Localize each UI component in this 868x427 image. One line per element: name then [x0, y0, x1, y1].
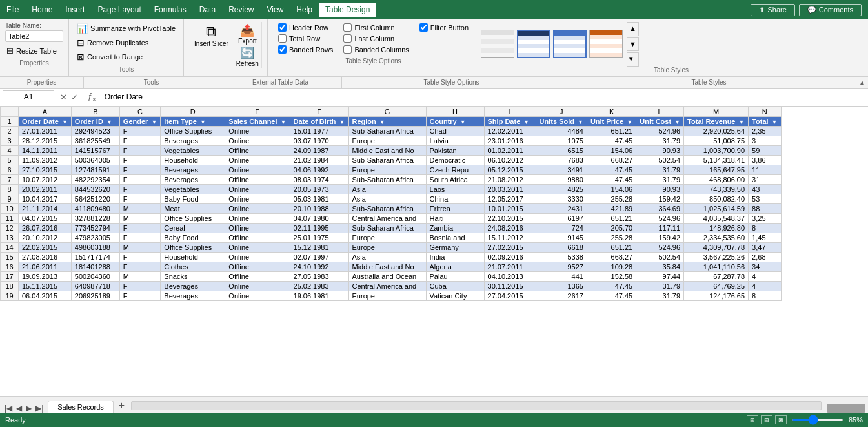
cell-r17-c12[interactable]: 97.44 [636, 271, 684, 281]
cell-r5-c10[interactable]: 7683 [536, 155, 587, 165]
cell-r6-c14[interactable]: 11 [749, 165, 781, 174]
cell-r14-c5[interactable]: Online [225, 242, 290, 252]
cell-r10-c11[interactable]: 421.89 [587, 203, 636, 213]
style-scroll-down[interactable]: ▼ [627, 37, 639, 52]
sort-arrow-gender[interactable]: ▼ [151, 119, 157, 125]
col-N[interactable]: N [749, 107, 781, 116]
cell-r13-c7[interactable]: Europe [348, 233, 426, 242]
cell-r4-c8[interactable]: Pakistan [426, 145, 484, 155]
cell-r2-c6[interactable]: 15.01.1977 [290, 126, 348, 136]
cell-r7-c5[interactable]: Offline [225, 174, 290, 184]
cell-r5-c13[interactable]: 5,134,318.41 [684, 155, 749, 165]
cell-r17-c14[interactable]: 4 [749, 271, 781, 281]
cell-r8-c6[interactable]: 20.05.1973 [290, 184, 348, 194]
table-style-2[interactable] [517, 30, 550, 58]
scrollbar-thumb[interactable] [827, 404, 865, 413]
cell-r4-c9[interactable]: 01.02.2011 [484, 145, 536, 155]
cell-r15-c6[interactable]: 02.07.1997 [290, 252, 348, 262]
cell-r13-c13[interactable]: 2,334,535.60 [684, 233, 749, 242]
cell-r3-c5[interactable]: Online [225, 136, 290, 145]
sort-arrow-unit-cost[interactable]: ▼ [674, 119, 680, 125]
col-I[interactable]: I [484, 107, 536, 116]
cell-r2-c12[interactable]: 524.96 [636, 126, 684, 136]
cell-r14-c8[interactable]: Germany [426, 242, 484, 252]
cell-r13-c11[interactable]: 255.28 [587, 233, 636, 242]
cell-r5-c12[interactable]: 502.54 [636, 155, 684, 165]
cell-r15-c8[interactable]: India [426, 252, 484, 262]
cell-r15-c11[interactable]: 668.27 [587, 252, 636, 262]
cell-r6-c3[interactable]: F [119, 165, 161, 174]
cell-r15-c4[interactable]: Household [161, 252, 225, 262]
cell-r9-c8[interactable]: China [426, 194, 484, 203]
cell-r19-c13[interactable]: 124,176.65 [684, 291, 749, 300]
th-item-type[interactable]: Item Type ▼ [161, 116, 225, 126]
cell-r6-c4[interactable]: Beverages [161, 165, 225, 174]
cell-r14-c9[interactable]: 27.02.2015 [484, 242, 536, 252]
cell-r8-c7[interactable]: Asia [348, 184, 426, 194]
cell-r19-c10[interactable]: 2617 [536, 291, 587, 300]
th-unit-cost[interactable]: Unit Cost ▼ [636, 116, 684, 126]
cell-r11-c3[interactable]: M [119, 213, 161, 223]
cell-r14-c12[interactable]: 524.96 [636, 242, 684, 252]
cell-r16-c14[interactable]: 34 [749, 262, 781, 271]
cell-r17-c10[interactable]: 441 [536, 271, 587, 281]
cell-r6-c9[interactable]: 05.12.2015 [484, 165, 536, 174]
cell-r8-c13[interactable]: 743,339.50 [684, 184, 749, 194]
cell-r8-c10[interactable]: 4825 [536, 184, 587, 194]
formula-input[interactable] [102, 91, 865, 103]
col-B[interactable]: B [71, 107, 119, 116]
cell-r14-c4[interactable]: Office Supplies [161, 242, 225, 252]
cell-r2-c1[interactable]: 27.01.2011 [19, 126, 72, 136]
cell-r13-c14[interactable]: 1,45 [749, 233, 781, 242]
cell-r3-c6[interactable]: 03.07.1970 [290, 136, 348, 145]
cell-r6-c13[interactable]: 165,647.95 [684, 165, 749, 174]
sort-arrow-sales-channel[interactable]: ▼ [281, 119, 287, 125]
cell-r10-c5[interactable]: Online [225, 203, 290, 213]
cell-r6-c12[interactable]: 31.79 [636, 165, 684, 174]
cell-r12-c1[interactable]: 26.07.2016 [19, 223, 72, 233]
cell-r5-c14[interactable]: 3,86 [749, 155, 781, 165]
cell-r9-c7[interactable]: Asia [348, 194, 426, 203]
cell-r8-c5[interactable]: Online [225, 184, 290, 194]
cell-r6-c5[interactable]: Online [225, 165, 290, 174]
menu-home[interactable]: Home [25, 3, 59, 17]
cell-r10-c9[interactable]: 10.01.2015 [484, 203, 536, 213]
cell-r18-c9[interactable]: 30.11.2015 [484, 281, 536, 291]
cell-r9-c3[interactable]: F [119, 194, 161, 203]
cell-r7-c14[interactable]: 31 [749, 174, 781, 184]
cell-r5-c2[interactable]: 500364005 [71, 155, 119, 165]
cell-r10-c2[interactable]: 411809480 [71, 203, 119, 213]
col-F[interactable]: F [290, 107, 348, 116]
cell-r5-c9[interactable]: 06.10.2012 [484, 155, 536, 165]
cell-r2-c2[interactable]: 292494523 [71, 126, 119, 136]
cell-r3-c9[interactable]: 23.01.2016 [484, 136, 536, 145]
col-G[interactable]: G [348, 107, 426, 116]
th-country[interactable]: Country ▼ [426, 116, 484, 126]
cell-r13-c12[interactable]: 159.42 [636, 233, 684, 242]
cell-r15-c2[interactable]: 151717174 [71, 252, 119, 262]
cell-r19-c6[interactable]: 19.06.1981 [290, 291, 348, 300]
tab-scroll-prev[interactable]: ◀ [14, 404, 24, 413]
cell-r14-c11[interactable]: 651.21 [587, 242, 636, 252]
cell-r18-c13[interactable]: 64,769.25 [684, 281, 749, 291]
filter-btn-checkbox-label[interactable]: Filter Button [419, 23, 469, 32]
cell-r4-c6[interactable]: 24.09.1987 [290, 145, 348, 155]
col-E[interactable]: E [225, 107, 290, 116]
cell-r10-c4[interactable]: Meat [161, 203, 225, 213]
col-A[interactable]: A [19, 107, 72, 116]
cell-r2-c10[interactable]: 4484 [536, 126, 587, 136]
cell-r18-c2[interactable]: 640987718 [71, 281, 119, 291]
style-scroll-up[interactable]: ▲ [627, 22, 639, 36]
cell-r17-c2[interactable]: 500204360 [71, 271, 119, 281]
cell-r18-c4[interactable]: Beverages [161, 281, 225, 291]
cell-r13-c4[interactable]: Baby Food [161, 233, 225, 242]
cell-r4-c4[interactable]: Vegetables [161, 145, 225, 155]
cell-r19-c12[interactable]: 31.79 [636, 291, 684, 300]
cell-r11-c6[interactable]: 04.07.1980 [290, 213, 348, 223]
cell-r9-c5[interactable]: Online [225, 194, 290, 203]
tab-scroll-next[interactable]: ▶ [24, 404, 34, 413]
cell-r3-c11[interactable]: 47.45 [587, 136, 636, 145]
cell-r5-c1[interactable]: 11.09.2012 [19, 155, 72, 165]
resize-table-button[interactable]: ⊞ Resize Table [5, 45, 63, 57]
cell-r5-c5[interactable]: Online [225, 155, 290, 165]
